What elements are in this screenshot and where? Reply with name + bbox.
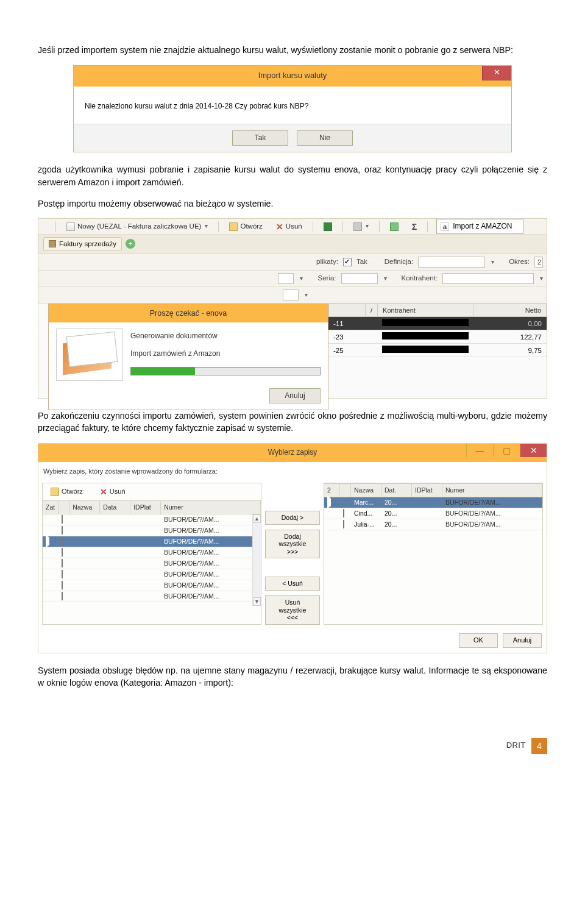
add-button[interactable]: Dodaj > [265, 511, 320, 525]
list-item[interactable]: BUFOR/DE/?/AM... [43, 591, 261, 602]
amazon-icon: a [441, 222, 449, 231]
col-2[interactable]: 2 [324, 484, 340, 497]
col-nazwa[interactable]: Nazwa [69, 501, 100, 514]
dialog-wybierz-zapisy: Wybierz zapisy — ▢ ✕ Wybierz zapis, któr… [38, 443, 547, 653]
chevron-down-icon: ▾ [205, 222, 208, 231]
remove-button[interactable]: < Usuń [265, 577, 320, 591]
dialog-titlebar[interactable]: Import kursu waluty ✕ [74, 66, 511, 87]
grid-header: / Kontrahent Netto [328, 304, 547, 317]
excel-icon [324, 222, 332, 231]
yes-button[interactable]: Tak [232, 130, 288, 146]
footer-brand: DRIT [506, 741, 526, 750]
paragraph-1: Jeśli przed importem system nie znajdzie… [38, 44, 547, 57]
paragraph-4: Po zakończeniu czynności importu zamówie… [38, 410, 547, 435]
add-tab-button[interactable]: + [126, 239, 135, 249]
close-icon[interactable]: ✕ [482, 66, 511, 80]
dialog-import-kursu: Import kursu waluty ✕ Nie znaleziono kur… [73, 65, 512, 153]
empty-select-2[interactable] [283, 290, 299, 300]
nowy-button[interactable]: Nowy (UEZAL - Faktura zaliczkowa UE) ▾ [61, 219, 213, 233]
no-button[interactable]: Nie [297, 130, 353, 146]
sum-button[interactable]: Σ [406, 219, 422, 235]
otworz-button[interactable]: Otwórz [224, 219, 268, 233]
progress-line-2: Import zamówień z Amazon [130, 349, 321, 359]
ok-button[interactable]: OK [459, 633, 498, 648]
okres-input[interactable]: 2 [534, 257, 543, 268]
list-item[interactable]: BUFOR/DE/?/AM... [43, 514, 261, 525]
close-icon[interactable]: ✕ [520, 444, 547, 457]
target-panel: 2 Nazwa Dat. IDPlat Numer Marc...20...BU… [324, 483, 543, 625]
page-footer: DRIT 4 [38, 738, 547, 754]
table-row[interactable]: -259,75 [328, 344, 547, 357]
table-row[interactable]: -110,00 [328, 317, 547, 330]
cancel-button[interactable]: Anuluj [269, 388, 321, 403]
print-button[interactable]: ▾ [348, 220, 374, 233]
list-item[interactable]: Julia-...20...BUFOR/DE/?/AM... [324, 519, 542, 530]
tab-label: Faktury sprzedaży [59, 239, 116, 249]
amazon-label: Import z AMAZON [453, 221, 512, 232]
list-item[interactable]: BUFOR/DE/?/AM... [43, 547, 261, 558]
main-toolbar: Nowy (UEZAL - Faktura zaliczkowa UE) ▾ O… [38, 219, 547, 235]
empty-select-1[interactable] [278, 273, 294, 284]
col-slash[interactable]: / [366, 304, 378, 316]
table-row[interactable]: -23122,77 [328, 330, 547, 344]
tab-faktury-sprzedazy[interactable]: Faktury sprzedaży [43, 237, 122, 251]
excel-button[interactable] [318, 221, 338, 233]
seria-select[interactable] [341, 273, 378, 284]
progress-line-1: Generowanie dokumentów [130, 331, 321, 341]
import-amazon-button[interactable]: a Import z AMAZON [436, 219, 523, 234]
scroll-down-icon[interactable]: ▼ [253, 597, 261, 606]
col-numer-r[interactable]: Numer [442, 484, 542, 497]
minimize-icon[interactable]: — [466, 444, 493, 457]
col-kontrahent[interactable]: Kontrahent [378, 304, 473, 316]
nowy-label: Nowy (UEZAL - Faktura zaliczkowa UE) [77, 221, 201, 232]
document-icon [66, 222, 75, 231]
col-idplat-r[interactable]: IDPlat [412, 484, 442, 497]
col-zat[interactable]: Zat [43, 501, 58, 514]
list-item[interactable]: BUFOR/DE/?/AM... [43, 569, 261, 580]
progress-bar [130, 367, 321, 375]
filter-okres-label: Okres: [509, 257, 530, 267]
wyb-titlebar[interactable]: Wybierz zapisy — ▢ ✕ [38, 444, 547, 462]
remove-all-button[interactable]: Usuńwszystkie<<< [265, 595, 320, 625]
filter-duplikaty-label: plikaty: [316, 257, 338, 267]
anuluj-button[interactable]: Anuluj [503, 633, 542, 648]
list-item[interactable]: BUFOR/DE/?/AM... [43, 558, 261, 569]
delete-icon: ✕ [276, 223, 283, 230]
col-netto[interactable]: Netto [473, 304, 547, 316]
col-nazwa-r[interactable]: Nazwa [351, 484, 381, 497]
add-all-button[interactable]: Dodajwszystkie>>> [265, 530, 320, 559]
wyb-usun-button[interactable]: ✕ Usuń [94, 485, 131, 499]
wyb-instruction: Wybierz zapis, który zostanie wprowadzon… [42, 466, 261, 479]
list-item[interactable]: Cind...20...BUFOR/DE/?/AM... [324, 508, 542, 519]
filter-seria-label: Seria: [317, 273, 336, 283]
paragraph-2: zgoda użytkownika wymusi pobranie i zapi… [38, 163, 547, 188]
paragraph-5: System posiada obsługę błędów np. na uje… [38, 664, 547, 689]
src-grid-header: Zat Nazwa Data IDPlat Numer [43, 500, 261, 514]
list-item[interactable]: BUFOR/DE/?/AM... [43, 525, 261, 536]
transfer-buttons: Dodaj > Dodajwszystkie>>> < Usuń Usuńwsz… [265, 483, 320, 625]
col-numer[interactable]: Numer [161, 501, 261, 514]
progress-title[interactable]: Proszę czekać - enova [49, 304, 328, 322]
definicja-select[interactable] [418, 257, 485, 268]
col-idplat[interactable]: IDPlat [130, 501, 161, 514]
list-item[interactable]: Marc...20...BUFOR/DE/?/AM... [324, 497, 542, 508]
list-item[interactable]: BUFOR/DE/?/AM... [43, 536, 261, 547]
screenshot-progress: Nowy (UEZAL - Faktura zaliczkowa UE) ▾ O… [38, 218, 547, 399]
duplikaty-checkbox[interactable]: ✔ [343, 258, 352, 266]
folder-icon [390, 222, 399, 231]
wyb-otworz-button[interactable]: Otwórz [45, 485, 88, 499]
kontrahent-select[interactable] [442, 273, 534, 284]
folder-button[interactable] [385, 221, 404, 233]
page-number: 4 [531, 738, 547, 754]
usun-button[interactable]: ✕ Usuń [271, 219, 308, 233]
col-dat-r[interactable]: Dat. [381, 484, 412, 497]
maximize-icon[interactable]: ▢ [493, 444, 520, 457]
otworz-label: Otwórz [240, 221, 262, 232]
col-data[interactable]: Data [100, 501, 130, 514]
scrollbar[interactable]: ▲ ▼ [252, 514, 261, 606]
list-item[interactable]: BUFOR/DE/?/AM... [43, 580, 261, 591]
progress-dialog: Proszę czekać - enova Generowanie dokume… [48, 304, 328, 410]
scroll-up-icon[interactable]: ▲ [253, 514, 261, 523]
filter-definicja-label: Definicja: [385, 257, 413, 267]
sigma-icon: Σ [412, 221, 417, 233]
